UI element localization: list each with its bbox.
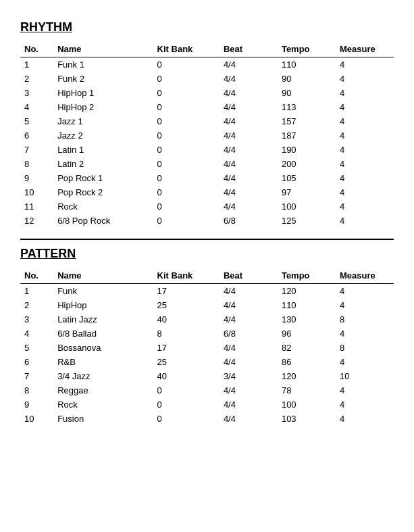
cell-no: 3 <box>20 86 53 100</box>
cell-measure: 8 <box>336 312 394 327</box>
cell-beat: 3/4 <box>219 369 278 383</box>
cell-beat: 4/4 <box>219 100 278 114</box>
cell-name: Latin Jazz <box>53 312 153 327</box>
cell-beat: 4/4 <box>219 312 278 327</box>
cell-tempo: 100 <box>278 397 336 412</box>
cell-name: Funk 2 <box>53 72 153 86</box>
table-row: 2 Funk 2 0 4/4 90 4 <box>20 72 394 86</box>
cell-measure: 4 <box>336 412 394 426</box>
table-row: 6 R&B 25 4/4 86 4 <box>20 355 394 369</box>
cell-name: Pop Rock 1 <box>53 171 153 185</box>
cell-name: Latin 2 <box>53 157 153 171</box>
table-row: 6 Jazz 2 0 4/4 187 4 <box>20 128 394 143</box>
cell-kitbank: 25 <box>153 355 219 369</box>
cell-measure: 4 <box>336 185 394 199</box>
cell-kitbank: 0 <box>153 185 219 199</box>
cell-measure: 4 <box>336 199 394 214</box>
cell-no: 8 <box>20 383 53 397</box>
pattern-header-row: No. Name Kit Bank Beat Tempo Measure <box>20 268 394 284</box>
cell-beat: 4/4 <box>219 412 278 426</box>
cell-beat: 4/4 <box>219 72 278 86</box>
cell-tempo: 120 <box>278 284 336 299</box>
cell-beat: 4/4 <box>219 284 278 299</box>
cell-measure: 8 <box>336 341 394 355</box>
table-row: 5 Bossanova 17 4/4 82 8 <box>20 341 394 355</box>
cell-no: 5 <box>20 114 53 128</box>
cell-name: 3/4 Jazz <box>53 369 153 383</box>
cell-name: Latin 1 <box>53 143 153 157</box>
cell-kitbank: 8 <box>153 327 219 341</box>
cell-beat: 4/4 <box>219 157 278 171</box>
cell-no: 2 <box>20 72 53 86</box>
cell-measure: 4 <box>336 171 394 185</box>
cell-no: 10 <box>20 185 53 199</box>
cell-no: 6 <box>20 355 53 369</box>
cell-name: HipHop <box>53 298 153 312</box>
table-row: 5 Jazz 1 0 4/4 157 4 <box>20 114 394 128</box>
cell-name: HipHop 2 <box>53 100 153 114</box>
table-row: 8 Latin 2 0 4/4 200 4 <box>20 157 394 171</box>
table-row: 9 Pop Rock 1 0 4/4 105 4 <box>20 171 394 185</box>
cell-beat: 4/4 <box>219 383 278 397</box>
cell-measure: 4 <box>336 298 394 312</box>
cell-kitbank: 0 <box>153 199 219 214</box>
table-row: 7 Latin 1 0 4/4 190 4 <box>20 143 394 157</box>
cell-name: Bossanova <box>53 341 153 355</box>
cell-beat: 4/4 <box>219 199 278 214</box>
cell-no: 11 <box>20 199 53 214</box>
cell-tempo: 200 <box>278 157 336 171</box>
rhythm-col-no: No. <box>20 41 53 57</box>
cell-measure: 4 <box>336 72 394 86</box>
rhythm-col-beat: Beat <box>219 41 278 57</box>
cell-kitbank: 0 <box>153 157 219 171</box>
cell-tempo: 97 <box>278 185 336 199</box>
cell-kitbank: 25 <box>153 298 219 312</box>
cell-measure: 10 <box>336 369 394 383</box>
rhythm-col-kitbank: Kit Bank <box>153 41 219 57</box>
cell-beat: 6/8 <box>219 327 278 341</box>
cell-tempo: 125 <box>278 214 336 228</box>
cell-name: R&B <box>53 355 153 369</box>
pattern-col-name: Name <box>53 268 153 284</box>
cell-no: 7 <box>20 369 53 383</box>
table-row: 1 Funk 1 0 4/4 110 4 <box>20 57 394 72</box>
cell-measure: 4 <box>336 100 394 114</box>
cell-measure: 4 <box>336 284 394 299</box>
table-row: 10 Fusion 0 4/4 103 4 <box>20 412 394 426</box>
cell-kitbank: 17 <box>153 341 219 355</box>
cell-kitbank: 40 <box>153 312 219 327</box>
cell-no: 4 <box>20 100 53 114</box>
cell-beat: 4/4 <box>219 298 278 312</box>
cell-tempo: 113 <box>278 100 336 114</box>
cell-tempo: 100 <box>278 199 336 214</box>
cell-no: 1 <box>20 57 53 72</box>
cell-name: Jazz 2 <box>53 128 153 143</box>
cell-beat: 4/4 <box>219 397 278 412</box>
cell-name: Rock <box>53 397 153 412</box>
cell-beat: 4/4 <box>219 57 278 72</box>
cell-measure: 4 <box>336 128 394 143</box>
cell-no: 4 <box>20 327 53 341</box>
cell-tempo: 157 <box>278 114 336 128</box>
cell-name: HipHop 1 <box>53 86 153 100</box>
table-row: 7 3/4 Jazz 40 3/4 120 10 <box>20 369 394 383</box>
rhythm-col-tempo: Tempo <box>278 41 336 57</box>
cell-kitbank: 0 <box>153 114 219 128</box>
cell-no: 8 <box>20 157 53 171</box>
table-row: 12 6/8 Pop Rock 0 6/8 125 4 <box>20 214 394 228</box>
cell-kitbank: 0 <box>153 397 219 412</box>
cell-measure: 4 <box>336 157 394 171</box>
cell-tempo: 82 <box>278 341 336 355</box>
cell-beat: 6/8 <box>219 214 278 228</box>
cell-name: Pop Rock 2 <box>53 185 153 199</box>
cell-name: 6/8 Ballad <box>53 327 153 341</box>
cell-tempo: 110 <box>278 57 336 72</box>
rhythm-header-row: No. Name Kit Bank Beat Tempo Measure <box>20 41 394 57</box>
table-row: 1 Funk 17 4/4 120 4 <box>20 284 394 299</box>
cell-tempo: 120 <box>278 369 336 383</box>
cell-measure: 4 <box>336 383 394 397</box>
cell-kitbank: 0 <box>153 100 219 114</box>
cell-beat: 4/4 <box>219 355 278 369</box>
cell-measure: 4 <box>336 214 394 228</box>
cell-kitbank: 0 <box>153 143 219 157</box>
